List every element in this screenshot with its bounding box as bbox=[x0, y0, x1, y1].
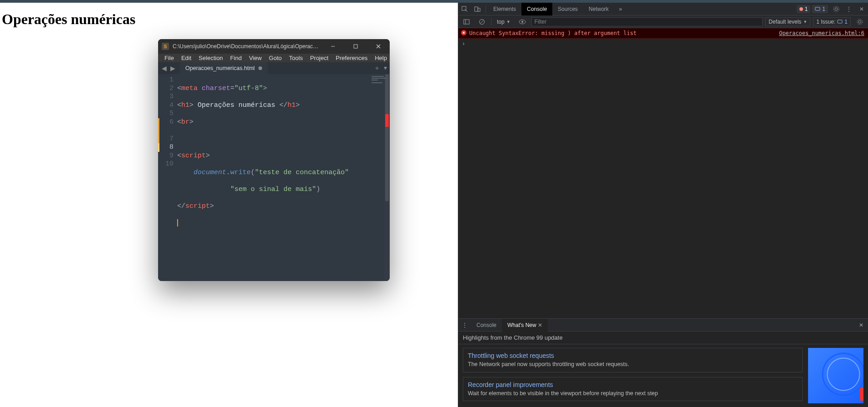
rendered-page: Operações numéricas S C:\Users\julio\One… bbox=[0, 3, 458, 407]
card-desc: Wait for elements to be visible in the v… bbox=[468, 390, 798, 397]
menu-goto[interactable]: Goto bbox=[265, 54, 285, 62]
inspect-icon[interactable] bbox=[458, 3, 471, 15]
tab-sources[interactable]: Sources bbox=[552, 3, 583, 15]
svg-point-17 bbox=[858, 20, 861, 23]
console-settings-icon[interactable] bbox=[853, 15, 866, 28]
drawer-close-icon[interactable]: ✕ bbox=[854, 322, 868, 328]
whatsnew-thumbnail bbox=[808, 348, 863, 403]
sidebar-toggle-icon[interactable] bbox=[460, 15, 473, 28]
card-desc: The Network panel now supports throttlin… bbox=[468, 361, 798, 368]
menubar: File Edit Selection Find View Goto Tools… bbox=[158, 54, 390, 62]
device-toggle-icon[interactable] bbox=[471, 3, 484, 15]
drawer-tab-console[interactable]: Console bbox=[471, 319, 502, 332]
devtools-tabs: Elements Console Sources Network » 1 1 ⋮… bbox=[458, 3, 868, 15]
levels-selector[interactable]: Default levels▼ bbox=[765, 17, 810, 26]
svg-rect-1 bbox=[354, 45, 357, 48]
drawer-subtitle: Highlights from the Chrome 99 update bbox=[458, 332, 868, 344]
devtools-close-icon[interactable]: ✕ bbox=[855, 3, 868, 15]
menu-edit[interactable]: Edit bbox=[178, 54, 195, 62]
scrollbar[interactable] bbox=[384, 74, 390, 281]
tab-add-icon[interactable]: ＋ bbox=[374, 64, 380, 72]
window-title: C:\Users\julio\OneDrive\Documentos\Alura… bbox=[173, 43, 320, 50]
svg-point-15 bbox=[521, 21, 523, 23]
devtools: Elements Console Sources Network » 1 1 ⋮… bbox=[458, 3, 868, 407]
clear-console-icon[interactable] bbox=[476, 15, 488, 28]
svg-point-18 bbox=[857, 19, 863, 25]
app-icon: S bbox=[162, 43, 169, 50]
code-content[interactable]: <meta charset="utf-8"> <h1> Operações nu… bbox=[177, 74, 390, 281]
kebab-icon[interactable]: ⋮ bbox=[843, 3, 855, 15]
menu-tools[interactable]: Tools bbox=[285, 54, 306, 62]
error-message: Uncaught SyntaxError: missing ) after ar… bbox=[469, 30, 774, 36]
context-selector[interactable]: top▼ bbox=[494, 18, 513, 26]
window-titlebar[interactable]: S C:\Users\julio\OneDrive\Documentos\Alu… bbox=[158, 39, 390, 54]
menu-project[interactable]: Project bbox=[307, 54, 332, 62]
drawer-tabs: ⋮ Console What's New ✕ ✕ bbox=[458, 319, 868, 332]
svg-point-9 bbox=[833, 6, 839, 12]
whatsnew-card[interactable]: Recorder panel improvements Wait for ele… bbox=[463, 377, 803, 402]
tab-close-icon[interactable]: ✕ bbox=[538, 322, 542, 328]
svg-rect-5 bbox=[475, 7, 478, 11]
tab-elements[interactable]: Elements bbox=[488, 3, 521, 15]
devtools-drawer: ⋮ Console What's New ✕ ✕ Highlights from… bbox=[458, 318, 868, 407]
whatsnew-card[interactable]: Throttling web socket requests The Netwo… bbox=[463, 348, 803, 372]
menu-help[interactable]: Help bbox=[371, 54, 390, 62]
maximize-button[interactable] bbox=[346, 39, 365, 54]
svg-rect-6 bbox=[478, 8, 480, 11]
filter-input[interactable] bbox=[531, 17, 763, 26]
page-title: Operações numéricas bbox=[0, 3, 458, 28]
live-expression-icon[interactable] bbox=[516, 15, 529, 28]
console-toolbar: top▼ Default levels▼ 1 Issue: 1 bbox=[458, 15, 868, 28]
console-output[interactable]: Uncaught SyntaxError: missing ) after ar… bbox=[458, 28, 868, 318]
menu-file[interactable]: File bbox=[161, 54, 178, 62]
tab-console[interactable]: Console bbox=[521, 3, 552, 15]
tabbar: ◀ ▶ Operacoes_numericas.html ＋ ▾ bbox=[158, 62, 390, 74]
tab-next-icon[interactable]: ▶ bbox=[169, 65, 176, 72]
tab-network[interactable]: Network bbox=[583, 3, 614, 15]
tab-file[interactable]: Operacoes_numericas.html bbox=[180, 62, 268, 74]
code-area[interactable]: 1 2 3 4 5 6 7 8 9 10 <meta charset="utf-… bbox=[158, 74, 390, 281]
svg-point-8 bbox=[835, 8, 838, 10]
drawer-tab-whatsnew[interactable]: What's New ✕ bbox=[502, 319, 548, 332]
tab-label: Operacoes_numericas.html bbox=[185, 65, 255, 71]
settings-icon[interactable] bbox=[830, 3, 843, 15]
svg-line-13 bbox=[480, 20, 484, 24]
card-title: Throttling web socket requests bbox=[468, 352, 798, 359]
menu-view[interactable]: View bbox=[245, 54, 265, 62]
menu-find[interactable]: Find bbox=[227, 54, 245, 62]
tab-dirty-icon bbox=[258, 66, 262, 70]
text-cursor bbox=[177, 219, 178, 226]
error-count-badge[interactable]: 1 bbox=[797, 5, 811, 13]
console-error-row[interactable]: Uncaught SyntaxError: missing ) after ar… bbox=[458, 28, 868, 39]
sublime-window: S C:\Users\julio\OneDrive\Documentos\Alu… bbox=[158, 39, 390, 281]
menu-selection[interactable]: Selection bbox=[195, 54, 226, 62]
tab-menu-icon[interactable]: ▾ bbox=[384, 64, 387, 72]
tab-prev-icon[interactable]: ◀ bbox=[161, 65, 168, 72]
menu-preferences[interactable]: Preferences bbox=[332, 54, 371, 62]
svg-rect-7 bbox=[815, 7, 820, 10]
gutter: 1 2 3 4 5 6 7 8 9 10 bbox=[158, 74, 177, 281]
card-title: Recorder panel improvements bbox=[468, 381, 798, 388]
console-prompt[interactable]: › bbox=[458, 39, 868, 49]
issues-pill[interactable]: 1 Issue: 1 bbox=[813, 17, 851, 26]
close-button[interactable] bbox=[369, 39, 388, 54]
minimize-button[interactable] bbox=[323, 39, 342, 54]
message-count-badge[interactable]: 1 bbox=[812, 5, 828, 13]
svg-rect-16 bbox=[838, 20, 842, 23]
error-source-link[interactable]: Operacoes_numericas.html:6 bbox=[779, 30, 864, 36]
svg-rect-10 bbox=[464, 20, 469, 24]
drawer-kebab-icon[interactable]: ⋮ bbox=[458, 319, 471, 332]
more-tabs-icon[interactable]: » bbox=[614, 3, 627, 15]
